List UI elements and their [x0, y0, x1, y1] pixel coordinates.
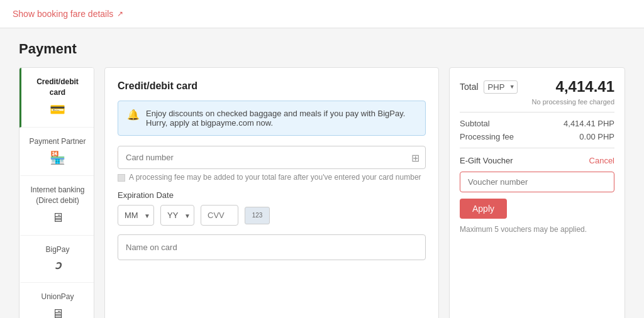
external-link-icon: ↗ [117, 9, 123, 18]
payment-layout: Credit/debit card 💳 Payment Partner 🏪 In… [19, 67, 625, 318]
cvv-input[interactable] [201, 205, 238, 226]
card-number-group: ⊞ A processing fee may be added to your … [118, 146, 426, 182]
voucher-input[interactable] [460, 172, 614, 192]
form-panel-title: Credit/debit card [118, 80, 426, 92]
sidebar-item-credit-debit-label: Credit/debit card [36, 77, 79, 97]
sidebar-item-bigpay[interactable]: BigPay ↄ [19, 236, 94, 283]
sidebar-item-unionpay[interactable]: UnionPay 🖥 [19, 283, 94, 318]
processing-fee-value: 0.00 PHP [579, 132, 614, 141]
store-icon: 🏪 [28, 149, 87, 167]
total-row: Total PHP USD ▼ 4,414.41 [460, 78, 614, 96]
processing-checkbox [118, 174, 125, 182]
processing-note-text: A processing fee may be added to your to… [129, 173, 421, 182]
card-number-wrapper: ⊞ [118, 146, 426, 169]
processing-fee-label: Processing fee [460, 132, 514, 141]
show-booking-label: Show booking fare details [13, 9, 113, 19]
promo-banner: 🔔 Enjoy discounts on checked baggage and… [118, 101, 426, 136]
total-label: Total [460, 82, 479, 92]
expiry-row: MM 010203 040506 070809 101112 ▼ YY 2425… [118, 205, 426, 226]
page-title: Payment [19, 41, 625, 57]
egift-label: E-Gift Voucher [460, 156, 513, 165]
apply-button[interactable]: Apply [460, 199, 507, 219]
processing-fee-line: Processing fee 0.00 PHP [460, 132, 614, 141]
no-fee-text: No processing fee charged [460, 98, 614, 106]
credit-card-icon: 💳 [28, 101, 87, 118]
currency-select-wrapper: PHP USD ▼ [484, 80, 518, 94]
voucher-note: Maximum 5 vouchers may be applied. [460, 225, 614, 234]
total-label-group: Total PHP USD ▼ [460, 80, 518, 94]
subtotal-line: Subtotal 4,414.41 PHP [460, 119, 614, 128]
month-select-wrapper: MM 010203 040506 070809 101112 ▼ [118, 205, 154, 226]
unionpay-icon: 🖥 [28, 305, 87, 318]
monitor-icon: 🖥 [28, 209, 87, 226]
sidebar-item-credit-debit[interactable]: Credit/debit card 💳 [19, 68, 94, 128]
card-number-input[interactable] [118, 146, 426, 169]
egift-header: E-Gift Voucher Cancel [460, 156, 614, 165]
summary-panel: Total PHP USD ▼ 4,414.41 No processing f… [449, 67, 625, 318]
sidebar-item-internet-banking[interactable]: Internet banking (Direct debit) 🖥 [19, 176, 94, 236]
top-bar: Show booking fare details ↗ [0, 0, 644, 28]
payment-sidebar: Credit/debit card 💳 Payment Partner 🏪 In… [19, 67, 94, 318]
payment-form-panel: Credit/debit card 🔔 Enjoy discounts on c… [104, 67, 439, 318]
bigpay-icon: ↄ [28, 258, 87, 273]
main-content: Payment Credit/debit card 💳 Payment Part… [0, 28, 644, 318]
summary-divider-2 [460, 148, 614, 148]
bell-icon: 🔔 [127, 109, 140, 121]
sidebar-item-unionpay-label: UnionPay [41, 292, 74, 301]
month-select[interactable]: MM 010203 040506 070809 101112 [118, 205, 154, 226]
expiry-group: Expiration Date MM 010203 040506 070809 … [118, 190, 426, 226]
sidebar-item-bigpay-label: BigPay [45, 245, 69, 254]
sidebar-item-payment-partner[interactable]: Payment Partner 🏪 [19, 128, 94, 177]
card-input-icon: ⊞ [411, 151, 419, 163]
cancel-link[interactable]: Cancel [589, 156, 614, 165]
sidebar-item-payment-partner-label: Payment Partner [29, 137, 86, 146]
processing-note: A processing fee may be added to your to… [118, 173, 426, 182]
summary-divider [460, 112, 614, 112]
sidebar-item-internet-banking-label: Internet banking (Direct debit) [30, 185, 84, 205]
currency-select[interactable]: PHP USD [484, 80, 518, 94]
promo-text: Enjoy discounts on checked baggage and m… [146, 109, 416, 128]
subtotal-value: 4,414.41 PHP [564, 119, 614, 128]
egift-section: E-Gift Voucher Cancel Apply Maximum 5 vo… [460, 156, 614, 234]
year-select[interactable]: YY 242526 272829 [160, 205, 194, 226]
total-amount: 4,414.41 [556, 78, 614, 96]
name-on-card-input[interactable] [118, 234, 426, 260]
show-booking-link[interactable]: Show booking fare details ↗ [13, 9, 123, 19]
cvv-hint-text: 123 [252, 212, 263, 219]
cvv-hint-image: 123 [245, 207, 270, 224]
expiry-label: Expiration Date [118, 190, 426, 200]
year-select-wrapper: YY 242526 272829 ▼ [160, 205, 194, 226]
subtotal-label: Subtotal [460, 119, 490, 128]
name-on-card-group [118, 234, 426, 260]
